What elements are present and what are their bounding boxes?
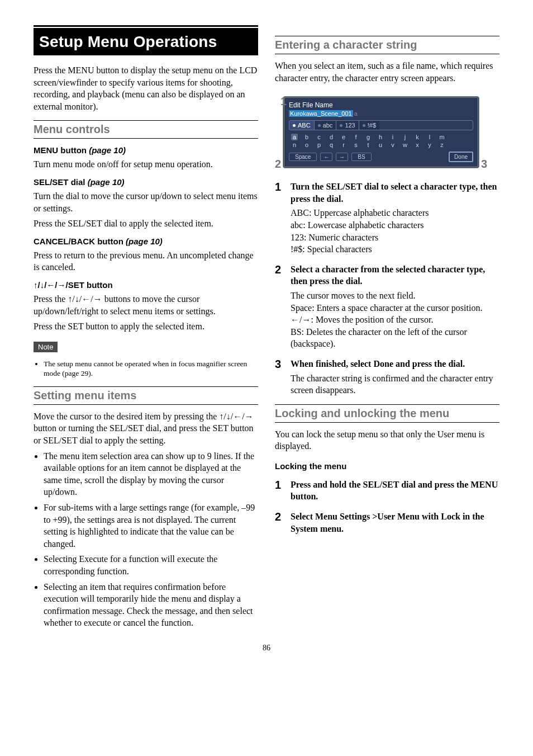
- tab-special: !#$: [359, 121, 379, 130]
- key-f: f: [353, 134, 359, 140]
- main-title-box: Setup Menu Operations: [34, 28, 258, 55]
- sel-set-dial-ref: (page 10): [88, 177, 125, 187]
- kb-row-1: a b c d e f g h i j k l m: [290, 134, 472, 140]
- key-g: g: [365, 134, 372, 140]
- menu-button-body: Turn menu mode on/off for setup menu ope…: [34, 158, 258, 171]
- tab-special-label: !#$: [368, 122, 376, 129]
- key-m: m: [439, 134, 445, 140]
- entering-intro: When you select an item, such as a file …: [275, 60, 499, 84]
- locking-the-menu-head: Locking the menu: [275, 461, 499, 471]
- step-1-num: 1: [275, 179, 281, 195]
- locking-steps: 1 Press and hold the SEL/SET dial and pr…: [275, 479, 499, 535]
- lock-step-1-title: Press and hold the SEL/SET dial and pres…: [291, 479, 499, 503]
- key-right-icon: →: [336, 153, 348, 161]
- diagram-tabbar: ABC abc 123 !#$: [289, 120, 473, 130]
- key-n: n: [291, 141, 298, 148]
- step-2-title: Select a character from the selected cha…: [291, 263, 499, 287]
- step-1-title: Turn the SEL/SET dial to select a charac…: [291, 181, 499, 205]
- key-q: q: [328, 141, 335, 148]
- tab-123-label: 123: [345, 122, 355, 129]
- diagram-label-1: 1: [280, 95, 287, 108]
- key-bs: BS: [351, 153, 371, 161]
- menu-button-label: MENU button: [34, 145, 87, 155]
- lock-step-1-num: 1: [275, 478, 281, 493]
- character-entry-diagram: 1 2 3 Edit File Name Kurokawa_Scene_001a…: [275, 96, 487, 168]
- locking-intro: You can lock the setup menu so that only…: [275, 428, 499, 452]
- key-c: c: [316, 134, 322, 140]
- key-w: w: [402, 141, 408, 148]
- key-b: b: [303, 134, 310, 140]
- step-3: 3 When finished, select Done and press t…: [275, 358, 499, 396]
- section-setting-items: Setting menu items: [34, 386, 258, 405]
- cancel-back-ref: (page 10): [126, 237, 163, 246]
- step-2: 2 Select a character from the selected c…: [275, 263, 499, 350]
- step-2-num: 2: [275, 262, 281, 277]
- tab-123: 123: [336, 121, 359, 130]
- key-z: z: [439, 141, 445, 148]
- key-a: a: [291, 134, 298, 140]
- cancel-back-body: Press to return to the previous menu. An…: [34, 249, 258, 273]
- key-u: u: [377, 141, 384, 148]
- key-space: Space: [289, 153, 317, 161]
- sel-set-dial-body1: Turn the dial to move the cursor up/down…: [34, 190, 258, 214]
- key-s: s: [353, 141, 359, 148]
- menu-button-head: MENU button (page 10): [34, 145, 258, 155]
- sel-set-dial-label: SEL/SET dial: [34, 177, 85, 187]
- dot-icon: [363, 124, 365, 127]
- diagram-filename-text: Kurokawa_Scene_001: [289, 110, 353, 117]
- menu-button-ref: (page 10): [89, 145, 126, 155]
- step-1-body: ABC: Uppercase alphabetic characters abc…: [291, 207, 499, 255]
- setting-bullet-1: For sub-items with a large settings rang…: [44, 502, 258, 550]
- lock-step-2-title: Select Menu Settings >User Menu with Loc…: [291, 511, 499, 535]
- section-entering: Entering a character string: [275, 36, 499, 54]
- lock-step-1: 1 Press and hold the SEL/SET dial and pr…: [275, 479, 499, 503]
- diagram-filename-suffix: a: [354, 110, 358, 117]
- key-t: t: [365, 141, 372, 148]
- tab-abc-upper-label: ABC: [298, 122, 311, 129]
- cancel-back-label: CANCEL/BACK button: [34, 237, 123, 246]
- main-title: Setup Menu Operations: [39, 33, 253, 51]
- key-y: y: [426, 141, 433, 148]
- section-locking: Locking and unlocking the menu: [275, 404, 499, 423]
- diagram-filename: Kurokawa_Scene_001a: [289, 110, 473, 117]
- key-r: r: [340, 141, 347, 148]
- note-item: The setup menu cannot be operated when i…: [44, 359, 258, 379]
- step-3-body: The character string is confirmed and th…: [291, 372, 499, 396]
- sel-set-dial-head: SEL/SET dial (page 10): [34, 177, 258, 187]
- setting-items-intro: Move the cursor to the desired item by p…: [34, 410, 258, 447]
- note-badge: Note: [34, 342, 58, 352]
- intro-paragraph: Press the MENU button to display the set…: [34, 64, 258, 112]
- step-2-body: The cursor moves to the next field. Spac…: [291, 290, 499, 350]
- dot-icon: [318, 124, 321, 127]
- page-number: 86: [34, 644, 499, 653]
- setting-bullet-3: Selecting an item that requires confirma…: [44, 581, 258, 629]
- dot-icon: [340, 124, 342, 127]
- lock-step-2-num: 2: [275, 509, 281, 525]
- section-menu-controls: Menu controls: [34, 120, 258, 139]
- note-list: The setup menu cannot be operated when i…: [34, 359, 258, 379]
- key-o: o: [303, 141, 310, 148]
- dot-icon: [293, 124, 296, 127]
- key-j: j: [402, 134, 408, 140]
- kb-button-row: Space ← → BS Done: [289, 152, 473, 162]
- tab-abc-lower-label: abc: [323, 122, 333, 129]
- key-x: x: [414, 141, 421, 148]
- tab-abc-upper: ABC: [289, 121, 315, 130]
- key-e: e: [340, 134, 347, 140]
- diagram-label-2: 2: [275, 158, 281, 171]
- set-button-label: ↑/↓/←/→/SET button: [34, 280, 113, 290]
- diagram-screen: Edit File Name Kurokawa_Scene_001a ABC a…: [283, 96, 479, 168]
- key-h: h: [377, 134, 384, 140]
- step-3-title: When finished, select Done and press the…: [291, 358, 499, 370]
- diagram-title: Edit File Name: [289, 101, 473, 109]
- setting-items-bullets: The menu item selection area can show up…: [34, 450, 258, 629]
- tab-abc-lower: abc: [315, 121, 337, 130]
- step-1: 1 Turn the SEL/SET dial to select a char…: [275, 181, 499, 256]
- kb-row-2: n o p q r s t u v w x y z: [290, 141, 472, 148]
- key-p: p: [316, 141, 322, 148]
- set-button-body1: Press the ↑/↓/←/→ buttons to move the cu…: [34, 293, 258, 317]
- set-button-head: ↑/↓/←/→/SET button: [34, 280, 258, 290]
- sel-set-dial-body2: Press the SEL/SET dial to apply the sele…: [34, 218, 258, 230]
- key-d: d: [328, 134, 335, 140]
- key-v: v: [389, 141, 396, 148]
